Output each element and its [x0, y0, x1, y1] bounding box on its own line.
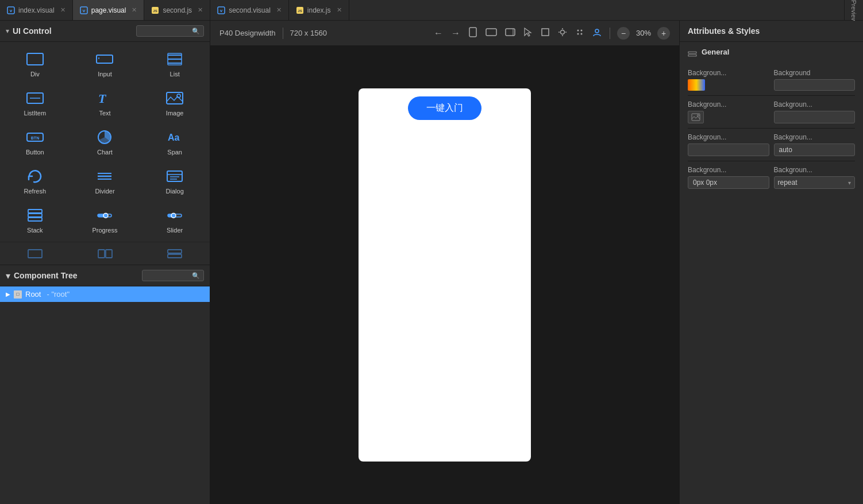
control-input[interactable]: Input [70, 44, 140, 83]
bg-value-input-2[interactable] [774, 111, 856, 123]
bg-value-label-1: Background [774, 69, 856, 77]
input-icon [94, 50, 115, 68]
sun-button[interactable] [557, 26, 568, 40]
bg-color-preview[interactable] [688, 79, 705, 91]
comp-tree-search-icon: 🔍 [192, 272, 200, 280]
redo-button[interactable]: → [450, 27, 461, 40]
control-more-1[interactable] [0, 242, 70, 265]
bg-value-3[interactable] [688, 144, 769, 156]
ui-control-chevron[interactable]: ▾ [6, 27, 9, 35]
user-button[interactable] [591, 26, 603, 40]
bg-position-input[interactable]: 0px 0px [688, 176, 769, 189]
control-div[interactable]: Div [0, 44, 70, 83]
svg-rect-49 [506, 29, 515, 36]
svg-rect-63 [688, 52, 696, 53]
progress-icon [94, 206, 115, 224]
tab-second-visual[interactable]: v second.visual ✕ [210, 0, 289, 20]
tree-item-root[interactable]: ▶ □ Root - "root" [0, 286, 210, 302]
control-more-3[interactable] [140, 242, 210, 265]
design-label: P40 Designwidth [219, 29, 276, 37]
root-id: - "root" [47, 290, 70, 298]
control-button[interactable]: BTN Button [0, 122, 70, 161]
phone-portrait-button[interactable] [467, 26, 479, 41]
control-list[interactable]: List [140, 44, 210, 83]
control-refresh[interactable]: Refresh [0, 161, 70, 200]
tab-index-visual[interactable]: v index.visual ✕ [0, 0, 73, 20]
toolbar-dims: 720 x 1560 [290, 29, 327, 37]
tab-second-js[interactable]: JS second.js ✕ [144, 0, 210, 20]
tab-close-second-js[interactable]: ✕ [198, 6, 203, 14]
svg-point-59 [581, 29, 583, 31]
tab-index-js[interactable]: JS index.js ✕ [289, 0, 349, 20]
root-node-icon: □ [14, 290, 22, 298]
control-span[interactable]: Aa Span [140, 122, 210, 161]
canvas-enter-button[interactable]: 一键入门 [408, 96, 481, 120]
slider-label: Slider [167, 227, 183, 234]
tree-expand-icon[interactable]: ▶ [6, 291, 10, 297]
svg-rect-64 [688, 55, 696, 56]
svg-point-62 [595, 29, 599, 33]
svg-text:v: v [82, 8, 85, 13]
main-area: ▾ UI Control 🔍 Div Input [0, 21, 863, 504]
comp-tree-chevron[interactable]: ▾ [6, 270, 10, 281]
control-stack[interactable]: Stack [0, 200, 70, 239]
ui-control-title: UI Control [13, 26, 133, 36]
toolbar-icons: ← → [433, 26, 603, 41]
tablet-landscape-button[interactable] [484, 27, 498, 40]
bg-color-input-1[interactable] [774, 79, 856, 91]
grid-button[interactable] [574, 26, 585, 40]
center-area: P40 Designwidth 720 x 1560 ← → [210, 21, 679, 504]
tab-close-index-js[interactable]: ✕ [337, 6, 342, 14]
frame-button[interactable] [540, 26, 551, 40]
bg-label-2: Backgroun... [688, 100, 769, 108]
control-chart[interactable]: Chart [70, 122, 140, 161]
phone-landscape-button[interactable] [504, 27, 517, 40]
svg-point-60 [577, 33, 579, 34]
svg-point-66 [698, 115, 699, 117]
control-text[interactable]: T Text [70, 83, 140, 122]
control-divider[interactable]: Divider [70, 161, 140, 200]
cursor-button[interactable] [522, 26, 534, 40]
bg-value-label-2: Backgroun... [774, 100, 856, 108]
bg-auto-input[interactable]: auto [774, 144, 856, 156]
control-listitem[interactable]: ListItem [0, 83, 70, 122]
control-slider[interactable]: Slider [140, 200, 210, 239]
control-more-2[interactable] [70, 242, 140, 265]
tab-close-second-visual[interactable]: ✕ [276, 6, 282, 14]
zoom-in-button[interactable]: + [657, 27, 670, 40]
canvas-area[interactable]: 低代码入门 一键入门 [210, 46, 679, 504]
progress-label: Progress [92, 227, 117, 234]
attr-row-background-2: Backgroun... Backgroun... [688, 100, 855, 123]
bg-img-preview[interactable] [688, 111, 704, 123]
zoom-level: 30% [633, 29, 654, 37]
left-panel: ▾ UI Control 🔍 Div Input [0, 21, 210, 504]
bg-value-label-4: Backgroun... [774, 166, 856, 174]
layers-icon [688, 49, 697, 60]
svg-text:Aa: Aa [168, 133, 180, 142]
listitem-icon [25, 89, 45, 107]
refresh-icon [25, 167, 45, 185]
toolbar-sep-1 [283, 28, 283, 39]
control-image[interactable]: Image [140, 83, 210, 122]
svg-rect-52 [542, 29, 549, 36]
tab-close-index-visual[interactable]: ✕ [60, 6, 66, 14]
ui-control-search-input[interactable] [140, 27, 192, 35]
tab-label-second-visual: second.visual [229, 6, 271, 14]
control-progress[interactable]: Progress [70, 200, 140, 239]
tab-page-visual[interactable]: v page.visual ✕ [73, 0, 145, 20]
control-dialog[interactable]: Dialog [140, 161, 210, 200]
stack-label: Stack [27, 227, 43, 234]
previewer-button[interactable]: Previewer [844, 0, 863, 20]
zoom-out-button[interactable]: − [617, 27, 630, 40]
svg-text:v: v [10, 8, 13, 13]
tab-label-second-js: second.js [163, 6, 192, 14]
button-icon: BTN [25, 128, 45, 146]
tab-label-page-visual: page.visual [91, 6, 126, 14]
undo-button[interactable]: ← [433, 27, 444, 40]
svg-point-58 [577, 29, 579, 31]
bg-repeat-select[interactable]: repeat ▾ [774, 176, 856, 189]
tab-close-page-visual[interactable]: ✕ [132, 6, 137, 14]
divider-label: Divider [95, 188, 114, 195]
comp-tree-title: Component Tree [14, 271, 138, 280]
comp-tree-search-input[interactable] [146, 272, 192, 280]
